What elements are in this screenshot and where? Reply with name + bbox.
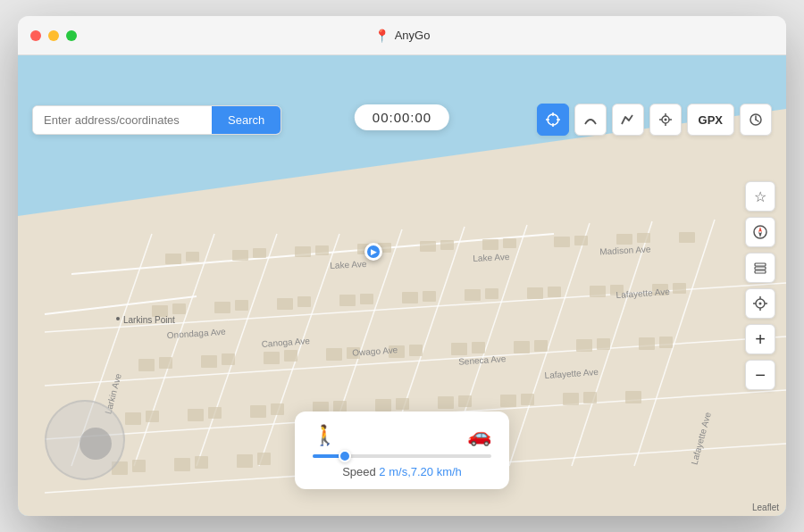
svg-point-132 xyxy=(759,303,762,305)
svg-rect-57 xyxy=(264,352,280,364)
app-window: 📍 AnyGo xyxy=(18,16,786,516)
svg-rect-74 xyxy=(208,407,222,419)
svg-rect-47 xyxy=(527,287,543,299)
svg-rect-93 xyxy=(257,453,271,465)
titlebar: 📍 AnyGo xyxy=(18,16,786,55)
svg-rect-45 xyxy=(465,289,481,301)
svg-rect-23 xyxy=(315,245,329,255)
svg-rect-44 xyxy=(423,291,436,302)
locate-me-button[interactable] xyxy=(745,288,775,319)
search-input[interactable] xyxy=(33,106,212,134)
minus-icon: − xyxy=(755,365,766,386)
search-area: Search xyxy=(32,105,281,135)
svg-rect-52 xyxy=(673,283,686,294)
multi-route-icon xyxy=(620,112,636,128)
svg-rect-34 xyxy=(679,232,695,243)
right-buttons: GPX xyxy=(537,104,772,136)
svg-rect-29 xyxy=(503,238,516,248)
svg-rect-55 xyxy=(201,355,217,368)
svg-rect-20 xyxy=(232,250,248,261)
svg-marker-127 xyxy=(758,232,762,237)
svg-rect-46 xyxy=(485,288,498,299)
svg-rect-32 xyxy=(616,234,632,245)
svg-rect-128 xyxy=(755,263,766,266)
svg-rect-22 xyxy=(295,246,311,257)
svg-rect-87 xyxy=(625,391,641,403)
svg-rect-90 xyxy=(174,458,190,471)
zoom-in-button[interactable]: + xyxy=(745,324,775,354)
speed-label: Speed xyxy=(342,465,379,478)
svg-rect-40 xyxy=(297,296,311,307)
svg-rect-53 xyxy=(138,359,155,371)
one-stop-mode-button[interactable] xyxy=(574,104,607,136)
svg-text:Larkins Point: Larkins Point xyxy=(123,315,175,325)
svg-rect-71 xyxy=(125,412,141,425)
svg-rect-49 xyxy=(590,286,606,297)
history-button[interactable] xyxy=(740,104,772,136)
svg-text:Lake Ave: Lake Ave xyxy=(473,252,510,263)
svg-rect-76 xyxy=(271,403,284,415)
maximize-button[interactable] xyxy=(66,30,77,41)
teleport-mode-button[interactable] xyxy=(537,104,569,136)
svg-rect-80 xyxy=(396,398,409,410)
svg-rect-62 xyxy=(409,345,423,356)
plus-icon: + xyxy=(755,329,766,350)
walk-icon: 🚶 xyxy=(313,424,337,447)
favorites-button[interactable]: ☆ xyxy=(745,181,775,212)
svg-rect-65 xyxy=(514,341,530,353)
speed-value: 2 m/s,7.20 km/h xyxy=(379,465,461,478)
svg-rect-86 xyxy=(583,392,597,403)
map-container[interactable]: Lake Ave Lake Ave Madison Ave Lafayette … xyxy=(18,55,786,516)
svg-rect-37 xyxy=(214,302,230,313)
svg-rect-56 xyxy=(222,353,235,365)
joystick-control[interactable] xyxy=(45,400,125,480)
speed-icons-row: 🚶 🚗 xyxy=(313,424,491,447)
locate-icon xyxy=(752,295,768,312)
svg-point-110 xyxy=(116,317,120,320)
svg-rect-21 xyxy=(253,248,266,258)
toolbar: Search xyxy=(32,104,772,136)
svg-rect-70 xyxy=(659,337,673,348)
joystick-mode-button[interactable] xyxy=(649,104,682,136)
svg-text:Lake Ave: Lake Ave xyxy=(330,259,367,270)
svg-rect-72 xyxy=(146,411,159,422)
svg-rect-64 xyxy=(472,342,485,353)
clock-icon xyxy=(749,112,763,127)
svg-rect-38 xyxy=(235,300,248,311)
svg-rect-33 xyxy=(637,233,650,243)
svg-rect-85 xyxy=(563,393,579,405)
layers-button[interactable] xyxy=(745,253,775,283)
svg-rect-66 xyxy=(534,340,548,352)
zoom-out-button[interactable]: − xyxy=(745,360,775,390)
search-button[interactable]: Search xyxy=(212,106,281,134)
svg-rect-92 xyxy=(237,454,253,468)
svg-rect-89 xyxy=(132,460,146,472)
speed-slider-thumb xyxy=(339,450,351,462)
joystick-thumb xyxy=(80,428,112,460)
svg-rect-79 xyxy=(375,399,391,411)
compass-button[interactable] xyxy=(745,217,775,247)
svg-rect-83 xyxy=(500,395,516,407)
gpx-button[interactable]: GPX xyxy=(687,104,734,136)
svg-rect-84 xyxy=(521,394,534,405)
svg-rect-19 xyxy=(186,252,199,262)
minimize-button[interactable] xyxy=(48,30,59,41)
multi-stop-mode-button[interactable] xyxy=(612,104,644,136)
close-button[interactable] xyxy=(30,30,41,41)
svg-rect-41 xyxy=(339,295,356,306)
right-sidebar: ☆ xyxy=(745,181,775,390)
svg-rect-129 xyxy=(755,267,766,270)
star-icon: ☆ xyxy=(754,188,766,205)
svg-rect-73 xyxy=(188,409,204,421)
svg-rect-91 xyxy=(195,456,208,469)
svg-rect-31 xyxy=(574,236,588,245)
svg-rect-67 xyxy=(576,339,592,352)
speed-text: Speed 2 m/s,7.20 km/h xyxy=(313,465,491,478)
route-icon xyxy=(582,112,599,128)
leaflet-attribution: Leaflet xyxy=(752,503,779,512)
speed-slider[interactable] xyxy=(313,454,491,458)
svg-point-117 xyxy=(664,119,666,121)
traffic-lights xyxy=(30,30,77,41)
layers-icon xyxy=(752,260,768,276)
svg-rect-48 xyxy=(548,287,561,297)
